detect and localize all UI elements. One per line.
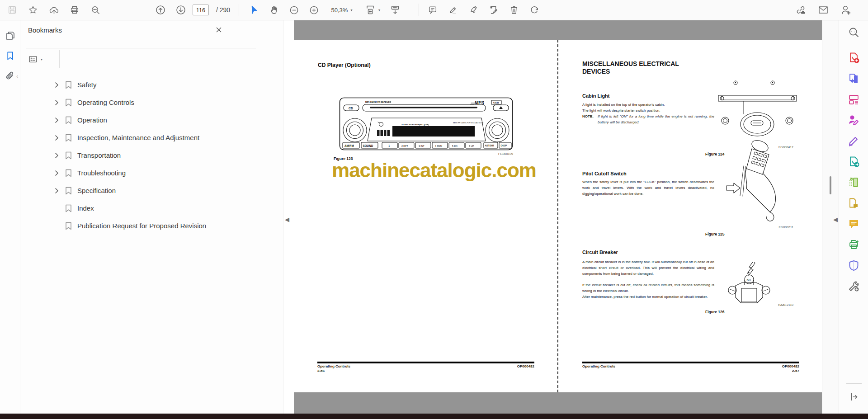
next-page-button[interactable] bbox=[172, 1, 189, 19]
svg-text:CD: CD bbox=[349, 107, 353, 110]
scrollbar-thumb[interactable] bbox=[830, 176, 831, 194]
page-scrolling-button[interactable] bbox=[387, 1, 404, 19]
save-button[interactable] bbox=[4, 1, 21, 19]
share-cloud-button[interactable] bbox=[45, 1, 62, 19]
add-user-button[interactable] bbox=[837, 1, 854, 19]
bookmark-item-transportation[interactable]: Transportation bbox=[21, 146, 283, 164]
comment-tool-button[interactable] bbox=[839, 213, 868, 234]
organize-pages-button[interactable] bbox=[839, 89, 868, 109]
email-button[interactable] bbox=[815, 1, 832, 19]
bookmark-label[interactable]: Specification bbox=[77, 187, 116, 194]
crop-pages-button[interactable] bbox=[839, 172, 868, 193]
request-signatures-button[interactable] bbox=[839, 109, 868, 130]
chevron-right-icon[interactable] bbox=[53, 188, 60, 194]
link-cloud-icon bbox=[795, 5, 806, 15]
bookmark-item-troubleshooting[interactable]: Troubleshooting bbox=[21, 164, 283, 182]
collapse-left-panel-button[interactable]: ◀ bbox=[285, 216, 289, 223]
page-edit-icon bbox=[489, 5, 499, 15]
print-button[interactable] bbox=[66, 1, 83, 19]
chevron-right-icon[interactable] bbox=[53, 170, 60, 176]
paperclip-icon bbox=[5, 71, 15, 81]
bookmark-item-operating-controls[interactable]: Operating Controls bbox=[21, 94, 283, 111]
rail-divider bbox=[846, 383, 862, 384]
bookmark-item-inspection[interactable]: Inspection, Maintenance and Adjustment bbox=[21, 129, 283, 146]
sign-button[interactable] bbox=[465, 1, 482, 19]
delete-pages-button[interactable] bbox=[505, 1, 523, 19]
bookmark-item-operation[interactable]: Operation bbox=[21, 111, 283, 129]
fit-width-dropdown[interactable]: ▾ bbox=[361, 1, 384, 19]
note-block: NOTE: If light is left "ON" for a long t… bbox=[582, 113, 714, 125]
chevron-right-icon[interactable] bbox=[53, 135, 60, 141]
page-thumbnails-icon bbox=[5, 30, 16, 41]
bookmark-label[interactable]: Transportation bbox=[77, 151, 121, 159]
chevron-down-icon: ▾ bbox=[350, 8, 352, 12]
svg-text:AM/FM: AM/FM bbox=[344, 144, 354, 147]
bookmark-label[interactable]: Index bbox=[77, 204, 94, 212]
highlight-button[interactable] bbox=[444, 1, 462, 19]
hand-tool-button[interactable] bbox=[265, 1, 283, 19]
body-paragraph: When the safety lever is put into the "L… bbox=[582, 179, 714, 197]
favorite-button[interactable] bbox=[24, 1, 42, 19]
chevron-right-icon[interactable] bbox=[53, 99, 60, 106]
chevron-right-icon[interactable] bbox=[53, 117, 60, 123]
toolbar-separator bbox=[239, 4, 239, 16]
print-production-button[interactable] bbox=[839, 234, 868, 255]
save-icon bbox=[7, 5, 17, 15]
bookmark-item-safety[interactable]: Safety bbox=[21, 76, 283, 94]
document-viewer[interactable]: CD Player (Optional) MP3 AM/FM CD RECEIV… bbox=[294, 20, 822, 414]
rotate-button[interactable] bbox=[526, 1, 543, 19]
pdf-toolbar: / 290 50,3% ▾ ▾ bbox=[0, 0, 868, 20]
bookmark-icon bbox=[65, 81, 72, 89]
protect-button[interactable] bbox=[839, 255, 868, 276]
zoom-in-button[interactable] bbox=[305, 1, 322, 19]
bookmark-item-publication-request[interactable]: Publication Request for Proposed Revisio… bbox=[21, 217, 283, 235]
export-pdf-button[interactable] bbox=[839, 151, 868, 172]
zoom-out-button[interactable] bbox=[285, 1, 302, 19]
bookmark-label[interactable]: Publication Request for Proposed Revisio… bbox=[77, 222, 206, 230]
cd-player-figure: MP3 AM/FM CD RECEIVER MP3 USB CD ST RPT … bbox=[339, 97, 513, 152]
page-thumbnails-button[interactable] bbox=[0, 26, 20, 46]
footer-code: OP000482 bbox=[444, 364, 534, 369]
trash-icon bbox=[509, 5, 519, 15]
comment-icon bbox=[428, 5, 438, 15]
marquee-zoom-button[interactable] bbox=[839, 22, 868, 43]
figure-code: FG000109 bbox=[472, 152, 513, 155]
expand-right-panel-button[interactable]: ◀ bbox=[833, 216, 838, 223]
add-comment-button[interactable] bbox=[424, 1, 441, 19]
active-panel-notch: ‹ bbox=[16, 73, 18, 80]
page-number-input[interactable] bbox=[193, 5, 209, 15]
bookmarks-panel-button[interactable] bbox=[0, 46, 20, 66]
combine-files-button[interactable] bbox=[839, 68, 868, 89]
bookmark-item-specification[interactable]: Specification bbox=[21, 182, 283, 199]
bookmarks-panel: Bookmarks ▾ Safety Operating Controls Op… bbox=[21, 20, 283, 414]
fill-and-sign-button[interactable] bbox=[839, 130, 868, 151]
send-for-comments-button[interactable] bbox=[839, 193, 868, 213]
zoom-level-dropdown[interactable]: 50,3% ▾ bbox=[325, 1, 359, 19]
bookmark-label[interactable]: Operating Controls bbox=[77, 99, 134, 106]
bookmark-options-button[interactable]: ▾ bbox=[28, 53, 52, 66]
footer-code: OP000482 bbox=[709, 364, 799, 369]
footer-section: Operating Controls bbox=[317, 364, 350, 369]
hide-tools-panel-button[interactable] bbox=[839, 390, 868, 404]
bookmark-label[interactable]: Inspection, Maintenance and Adjustment bbox=[77, 134, 199, 141]
more-tools-button[interactable] bbox=[839, 276, 868, 297]
bookmark-label[interactable]: Operation bbox=[77, 116, 107, 124]
edit-pages-button[interactable] bbox=[485, 1, 502, 19]
svg-text:1: 1 bbox=[388, 144, 390, 147]
tools-rail bbox=[839, 20, 868, 414]
create-pdf-button[interactable] bbox=[839, 47, 868, 68]
search-button[interactable] bbox=[87, 1, 104, 19]
bookmark-label[interactable]: Safety bbox=[77, 81, 97, 89]
close-panel-button[interactable] bbox=[214, 25, 223, 34]
previous-page-button[interactable] bbox=[152, 1, 169, 19]
bookmark-label[interactable]: Troubleshooting bbox=[77, 169, 126, 177]
bookmark-item-index[interactable]: Index bbox=[21, 199, 283, 217]
footer-rule bbox=[317, 362, 534, 363]
rail-divider bbox=[846, 45, 861, 45]
chevron-right-icon[interactable] bbox=[53, 152, 60, 159]
share-link-button[interactable] bbox=[792, 1, 809, 19]
select-tool-button[interactable] bbox=[245, 1, 263, 19]
zoom-in-icon bbox=[309, 5, 319, 15]
export-pdf-icon bbox=[848, 155, 860, 168]
chevron-right-icon[interactable] bbox=[53, 82, 60, 88]
